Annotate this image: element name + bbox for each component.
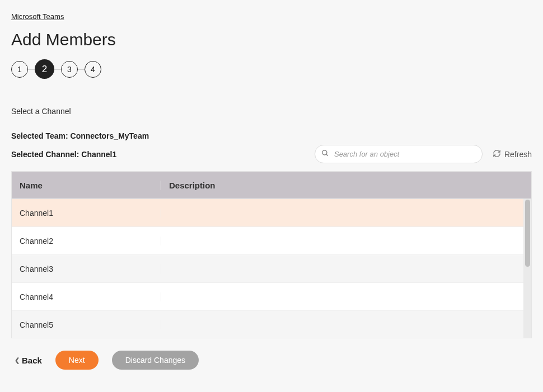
- table-header: Name Description: [12, 172, 531, 199]
- selected-channel-label: Selected Channel: Channel1: [11, 150, 116, 159]
- search-box: [315, 145, 483, 163]
- next-button[interactable]: Next: [55, 351, 99, 370]
- cell-name: Channel3: [12, 265, 161, 273]
- step-1[interactable]: 1: [11, 61, 28, 78]
- scrollbar-thumb[interactable]: [525, 200, 530, 267]
- step-connector: [78, 69, 85, 70]
- table-body: Channel1Channel2Channel3Channel4Channel5: [12, 199, 531, 338]
- table-row[interactable]: Channel1: [12, 199, 523, 226]
- step-connector: [54, 69, 61, 70]
- selected-team-label: Selected Team: Connectors_MyTeam: [11, 131, 149, 140]
- channel-table: Name Description Channel1Channel2Channel…: [11, 171, 532, 338]
- step-2[interactable]: 2: [35, 59, 54, 79]
- table-row[interactable]: Channel3: [12, 254, 523, 282]
- subtitle: Select a Channel: [11, 107, 532, 116]
- cell-name: Channel1: [12, 209, 161, 218]
- chevron-left-icon: ❮: [15, 357, 20, 364]
- cell-name: Channel5: [12, 320, 161, 329]
- step-connector: [28, 69, 35, 70]
- column-header-name[interactable]: Name: [12, 181, 161, 190]
- back-button[interactable]: ❮ Back: [15, 356, 42, 365]
- step-4[interactable]: 4: [85, 61, 101, 78]
- scrollbar-track[interactable]: [523, 199, 531, 338]
- page-title: Add Members: [11, 30, 532, 49]
- table-row[interactable]: Channel4: [12, 282, 523, 310]
- refresh-button[interactable]: Refresh: [493, 149, 532, 159]
- refresh-icon: [493, 149, 501, 159]
- discard-button[interactable]: Discard Changes: [112, 351, 199, 370]
- table-row[interactable]: Channel5: [12, 310, 523, 338]
- cell-name: Channel4: [12, 292, 161, 301]
- refresh-label: Refresh: [504, 150, 532, 159]
- cell-name: Channel2: [12, 237, 161, 245]
- step-3[interactable]: 3: [61, 61, 78, 78]
- column-header-description[interactable]: Description: [161, 181, 531, 190]
- footer: ❮ Back Next Discard Changes: [11, 338, 532, 370]
- stepper: 1234: [11, 59, 532, 79]
- table-row[interactable]: Channel2: [12, 226, 523, 254]
- search-input[interactable]: [315, 145, 483, 163]
- breadcrumb-link[interactable]: Microsoft Teams: [11, 12, 64, 21]
